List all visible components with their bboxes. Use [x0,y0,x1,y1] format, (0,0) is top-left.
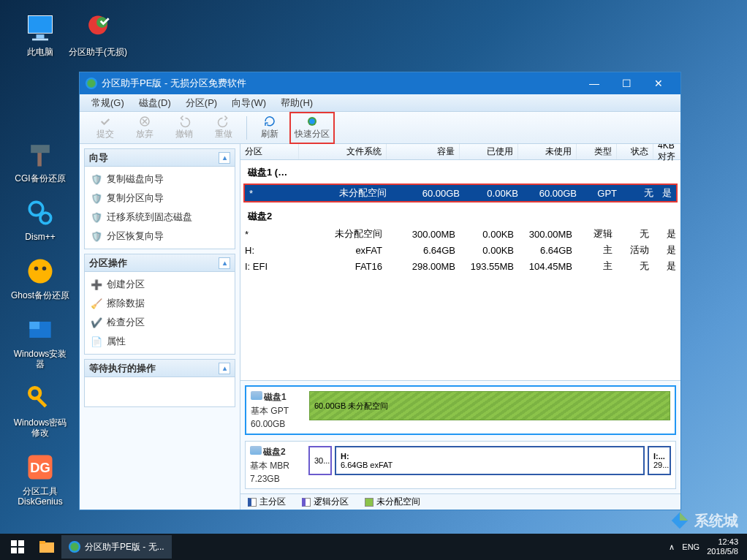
partition-assistant-window: 分区助手PE版 - 无损分区免费软件 ― ☐ ✕ 常规(G) 磁盘(D) 分区(… [79,72,681,510]
svg-point-6 [40,213,51,224]
legend-logical: 逻辑分区 [302,496,349,508]
window-body: 向导 ▴ 🛡️复制磁盘向导 🛡️复制分区向导 🛡️迁移系统到固态磁盘 🛡️分区恢… [80,144,680,510]
th-used[interactable]: 已使用 [460,144,518,159]
properties[interactable]: 📄属性 [89,332,230,351]
collapse-button[interactable]: ▴ [219,152,230,164]
svg-point-9 [42,267,47,271]
pending-ops-panel: 等待执行的操作 ▴ [84,359,235,407]
svg-rect-21 [11,540,17,546]
svg-rect-4 [31,145,50,153]
redo-button[interactable]: 重做 [204,113,243,143]
partition-ops-panel: 分区操作 ▴ ➕创建分区 🧹擦除数据 ✔️检查分区 📄属性 [84,254,235,355]
menu-general[interactable]: 常规(G) [84,95,132,111]
minimize-button[interactable]: ― [578,72,610,94]
table-row[interactable]: * 未分配空间 300.00MB 0.00KB 300.00MB 逻辑 无 是 [240,226,680,242]
disk-map-1[interactable]: 磁盘1 基本 GPT 60.00GB 60.00GB 未分配空间 [245,385,676,435]
disk2-heading[interactable]: 磁盘2 [240,204,680,226]
disk-bar: 30... H: 6.64GB exFAT I:... 29... [308,446,671,475]
svg-rect-26 [39,541,45,544]
svg-point-7 [29,260,53,284]
th-partition[interactable]: 分区 [240,144,299,159]
commit-button[interactable]: 提交 [86,113,125,143]
svg-point-8 [34,267,39,271]
svg-point-12 [29,387,40,398]
start-button[interactable] [3,534,32,560]
svg-rect-25 [39,542,54,553]
th-type[interactable]: 类型 [577,144,617,159]
th-capacity[interactable]: 容量 [387,144,460,159]
collapse-button[interactable]: ▴ [219,363,230,374]
ime-indicator[interactable]: ENG [682,542,699,551]
diskgenius-icon: DG [23,450,58,485]
svg-rect-23 [11,548,17,553]
menu-disk[interactable]: 磁盘(D) [132,95,178,111]
disk-icon [250,446,262,455]
windows-icon [11,540,24,553]
partition-list[interactable]: 磁盘1 (… * 未分配空间 60.00GB 0.00KB 60.00GB GP… [240,160,680,380]
system-tray: ∧ ENG 12:43 2018/5/8 [669,537,744,556]
quick-partition-highlight: 快速分区 [289,112,335,144]
desktop-icon-winpass[interactable]: Windows密码修改 [7,378,73,441]
disk-segment-primary-i[interactable]: I:... 29... [648,446,671,475]
taskbar-partition-assistant[interactable]: 分区助手PE版 - 无... [61,535,172,559]
partition-assistant-icon [80,10,115,45]
tray-chevron-icon[interactable]: ∧ [669,542,675,552]
disk-segment-logical[interactable]: 30... [308,446,332,475]
menu-partition[interactable]: 分区(P) [178,95,224,111]
table-row[interactable]: H: exFAT 6.64GB 0.00KB 6.64GB 主 活动 是 [240,242,680,258]
desktop-icon-this-pc[interactable]: 此电脑 [7,7,73,60]
taskbar-explorer[interactable] [32,535,61,559]
app-icon [69,541,80,553]
legend-unallocated: 未分配空间 [365,496,420,508]
desktop-icon-cgi[interactable]: CGI备份还原 [7,134,73,186]
toolbar-separator [246,116,247,140]
th-filesystem[interactable]: 文件系统 [299,144,387,159]
windows-installer-icon [23,312,58,347]
desktop-icon-partition-assistant[interactable]: 分区助手(无损) [66,7,130,60]
key-icon [23,381,58,416]
watermark-logo [670,510,690,531]
icon-label: Dism++ [25,232,55,242]
desktop-icon-dism[interactable]: Dism++ [7,192,73,245]
th-unused[interactable]: 未使用 [518,144,577,159]
menu-wizard[interactable]: 向导(W) [224,95,273,111]
maximize-button[interactable]: ☐ [610,72,642,94]
create-partition[interactable]: ➕创建分区 [89,275,230,294]
copy-partition-wizard[interactable]: 🛡️复制分区向导 [89,189,230,208]
th-4k-align[interactable]: 4KB对齐 [653,144,680,159]
collapse-button[interactable]: ▴ [219,257,230,269]
disk-segment-primary-h[interactable]: H: 6.64GB exFAT [335,446,645,475]
props-icon: 📄 [91,336,102,347]
disk-segment-unallocated[interactable]: 60.00GB 未分配空间 [309,391,670,420]
partition-recovery-wizard[interactable]: 🛡️分区恢复向导 [89,227,230,246]
logical-swatch [302,498,311,507]
quick-partition-button[interactable]: 快速分区 [292,113,332,143]
discard-button[interactable]: 放弃 [125,113,164,143]
desktop-icon-wininst[interactable]: Windows安装器 [7,309,73,372]
desktop-icon-diskgenius[interactable]: DG 分区工具DiskGenius [7,447,73,510]
copy-disk-wizard[interactable]: 🛡️复制磁盘向导 [89,170,230,189]
wizard-panel-header[interactable]: 向导 ▴ [85,149,235,167]
clock[interactable]: 12:43 2018/5/8 [707,537,738,556]
disk-map-2[interactable]: 磁盘2 基本 MBR 7.23GB 30... H: 6.64GB exFAT [245,441,676,489]
refresh-button[interactable]: 刷新 [250,113,289,143]
migrate-os-wizard[interactable]: 🛡️迁移系统到固态磁盘 [89,208,230,227]
ops-panel-header[interactable]: 分区操作 ▴ [85,254,235,272]
menu-help[interactable]: 帮助(H) [273,95,320,111]
window-title: 分区助手PE版 - 无损分区免费软件 [102,77,578,90]
table-row[interactable]: I: EFI FAT16 298.00MB 193.55MB 104.45MB … [240,258,680,274]
wizard-icon: 🛡️ [91,211,102,223]
pending-panel-header[interactable]: 等待执行的操作 ▴ [85,360,235,377]
undo-button[interactable]: 撤销 [164,113,204,143]
close-button[interactable]: ✕ [642,72,675,94]
check-partition[interactable]: ✔️检查分区 [89,313,230,332]
th-status[interactable]: 状态 [617,144,653,159]
pc-icon [23,10,58,45]
disk1-heading[interactable]: 磁盘1 (… [240,160,680,182]
app-icon [86,77,97,89]
table-row[interactable]: * 未分配空间 60.00GB 0.00KB 60.00GB GPT 无 是 [245,185,676,201]
desktop-icon-ghost[interactable]: Ghost备份还原 [7,251,73,303]
svg-rect-1 [37,34,45,39]
sidebar: 向导 ▴ 🛡️复制磁盘向导 🛡️复制分区向导 🛡️迁移系统到固态磁盘 🛡️分区恢… [80,144,240,510]
wipe-data[interactable]: 🧹擦除数据 [89,294,230,313]
